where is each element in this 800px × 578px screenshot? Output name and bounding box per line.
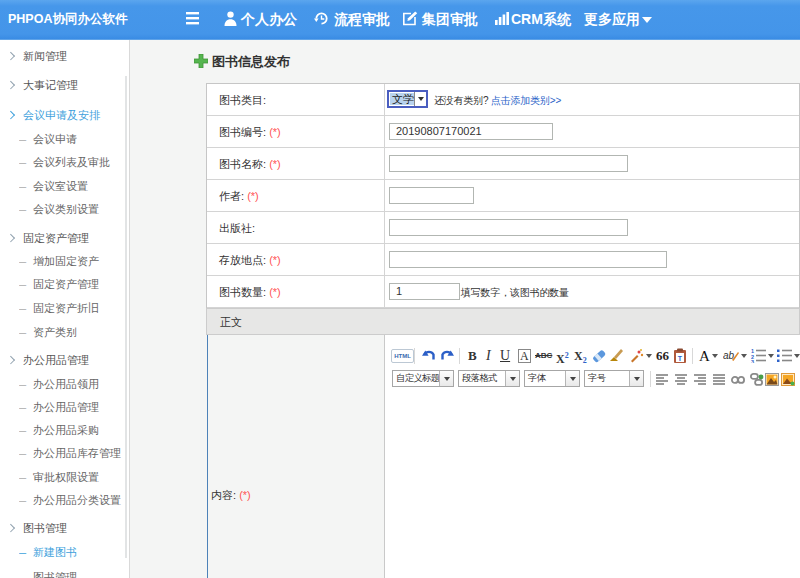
svg-text:T: T [678,355,683,362]
svg-text:3: 3 [751,359,754,364]
